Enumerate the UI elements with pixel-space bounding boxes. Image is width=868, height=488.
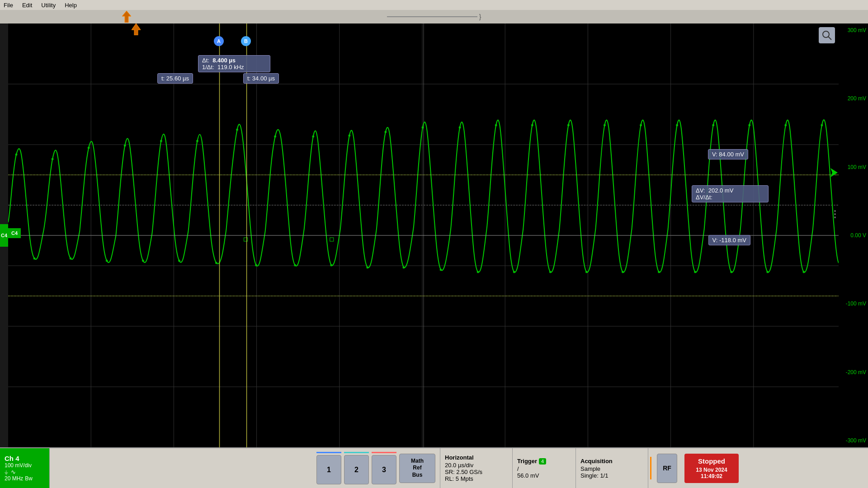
svg-point-47 xyxy=(495,124,497,127)
svg-marker-74 xyxy=(830,168,838,177)
svg-point-53 xyxy=(604,124,606,127)
menubar: File Edit Utility Help xyxy=(0,0,868,10)
svg-line-76 xyxy=(828,37,831,40)
svg-point-22 xyxy=(33,258,36,260)
svg-point-44 xyxy=(440,269,442,271)
menu-utility[interactable]: Utility xyxy=(41,2,56,9)
cursor-b-value: 34.00 µs xyxy=(252,75,275,82)
svg-point-58 xyxy=(694,271,696,273)
trigger-channel-badge: 4 xyxy=(539,458,546,465)
svg-point-75 xyxy=(823,31,829,38)
svg-point-52 xyxy=(585,271,588,273)
delta-t-tooltip: Δt: 8.400 µs 1/Δt: 119.0 kHz xyxy=(198,55,270,72)
ref-label: Ref xyxy=(413,465,421,472)
math-label: Math xyxy=(411,458,424,465)
svg-point-51 xyxy=(567,124,570,127)
svg-point-59 xyxy=(712,124,714,127)
ch4-zero-marker: C4 xyxy=(8,228,21,238)
svg-point-49 xyxy=(531,124,533,127)
coupling2: ∿ xyxy=(11,469,16,475)
ch1-button[interactable]: 1 xyxy=(316,455,341,484)
ch2-line xyxy=(344,452,369,453)
svg-point-63 xyxy=(784,124,787,127)
horizontal-rl: RL: 5 Mpts xyxy=(445,475,508,482)
cursor-a-marker[interactable]: A xyxy=(214,36,224,46)
delta-v-tooltip: ΔV: 202.0 mV ΔV/Δt: xyxy=(692,185,769,202)
toolbar-center: } xyxy=(387,13,481,20)
stopped-label: Stopped xyxy=(698,457,725,465)
svg-point-23 xyxy=(52,158,54,160)
menu-help[interactable]: Help xyxy=(65,2,77,9)
ch2-button[interactable]: 2 xyxy=(344,455,369,484)
ch3-line xyxy=(372,452,396,453)
toolbar-divider xyxy=(387,16,477,17)
acquisition-mode: Sample xyxy=(580,465,643,472)
cursor-a-time-tooltip: t: 25.60 µs xyxy=(157,73,193,84)
coupling1: ⏚ xyxy=(5,469,8,475)
ch4-scale: 100 mV/div xyxy=(5,462,45,469)
zoom-icon[interactable] xyxy=(819,27,835,43)
stopped-button[interactable]: Stopped 13 Nov 2024 11:49:02 xyxy=(684,454,739,483)
acq-orange-line xyxy=(650,457,651,479)
svg-point-29 xyxy=(160,140,162,142)
cursor-b-time-tooltip: t: 34.00 µs xyxy=(243,73,279,84)
status-bar: Ch 4 100 mV/div ⏚ ∿ 20 MHz Bw 1 2 3 xyxy=(0,447,868,488)
channel-buttons: 1 2 3 Math Ref Bus xyxy=(312,448,440,488)
trigger-header: Trigger 4 xyxy=(517,458,571,465)
ch4-bw: 20 MHz Bw xyxy=(5,475,45,482)
menu-file[interactable]: File xyxy=(4,2,13,9)
svg-point-61 xyxy=(748,124,750,127)
svg-point-65 xyxy=(821,124,823,127)
v-label-n200: -200 mV xyxy=(846,369,866,375)
ch3-button[interactable]: 3 xyxy=(372,455,396,484)
svg-point-38 xyxy=(330,264,332,267)
v-label-300: 300 mV xyxy=(848,27,866,33)
trigger-top-arrow xyxy=(132,23,141,37)
scope-grid[interactable]: A B Δt: 8.400 µs 1/Δt: 119.0 kHz t: 25.6… xyxy=(8,23,839,447)
v-label-200: 200 mV xyxy=(848,95,866,102)
dots-menu[interactable] xyxy=(831,210,839,218)
trigger-arrow xyxy=(122,11,131,24)
trigger-slope: / xyxy=(517,465,571,472)
svg-point-50 xyxy=(549,271,552,273)
ch4-side-label: C4 xyxy=(0,224,8,247)
menu-edit[interactable]: Edit xyxy=(22,2,32,9)
svg-point-30 xyxy=(178,260,180,262)
ch1-group: 1 xyxy=(316,452,341,484)
trigger-section[interactable]: Trigger 4 / 56.0 mV xyxy=(513,448,576,488)
svg-point-48 xyxy=(513,271,515,273)
right-voltage-labels: 300 mV 200 mV 100 mV 0.00 V -100 mV -200… xyxy=(839,23,868,447)
acq-line-indicator xyxy=(648,448,653,488)
v-bot-tooltip: V: -118.0 mV xyxy=(708,235,750,245)
ch2-group: 2 xyxy=(344,452,369,484)
inv-delta-t-label: 1/Δt: xyxy=(202,64,214,70)
v-label-n300: -300 mV xyxy=(846,437,866,444)
bus-label: Bus xyxy=(412,472,423,479)
delta-v-value: 202.0 mV xyxy=(708,187,734,194)
v-bot-label: V: xyxy=(712,237,718,244)
delta-v-dt-label: ΔV/Δt: xyxy=(696,194,712,201)
svg-point-39 xyxy=(348,135,350,137)
v-label-100: 100 mV xyxy=(848,164,866,170)
svg-point-32 xyxy=(215,262,217,264)
acquisition-section[interactable]: Acquisition Sample Single: 1/1 xyxy=(576,448,648,488)
horizontal-section[interactable]: Horizontal 20.0 µs/div SR: 2.50 GS/s RL:… xyxy=(440,448,513,488)
trigger-level: 56.0 mV xyxy=(517,472,571,479)
inv-delta-t-value: 119.0 kHz xyxy=(217,64,244,70)
svg-point-34 xyxy=(255,264,257,267)
math-ref-bus-button[interactable]: Math Ref Bus xyxy=(399,454,435,483)
svg-point-45 xyxy=(459,127,461,129)
svg-point-28 xyxy=(142,260,144,262)
svg-point-27 xyxy=(124,145,126,147)
svg-marker-73 xyxy=(132,23,141,35)
scope-container: C4 xyxy=(0,23,868,447)
svg-marker-0 xyxy=(122,11,131,23)
svg-point-37 xyxy=(312,136,314,138)
svg-point-31 xyxy=(196,140,198,142)
svg-point-57 xyxy=(676,124,678,127)
delta-v-label: ΔV: xyxy=(696,187,705,194)
cursor-b-marker[interactable]: B xyxy=(241,36,251,46)
ch4-status-section[interactable]: Ch 4 100 mV/div ⏚ ∿ 20 MHz Bw xyxy=(0,448,50,488)
bw-freq: 20 MHz xyxy=(5,475,23,482)
rf-button[interactable]: RF xyxy=(657,454,677,483)
